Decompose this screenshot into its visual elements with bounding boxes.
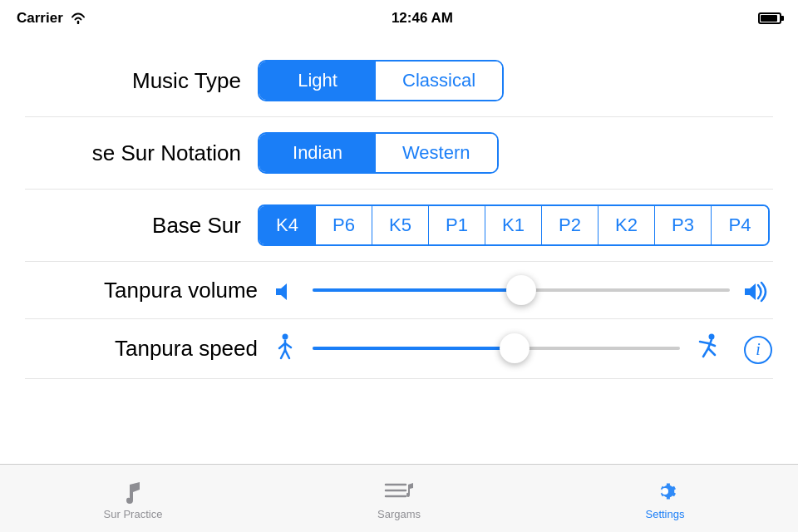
svg-line-6 — [281, 350, 285, 358]
walk-icon — [269, 333, 301, 363]
sur-notation-western-btn[interactable]: Western — [376, 134, 497, 172]
tab-bar: Sur Practice Sargams Settings — [0, 464, 798, 532]
tanpura-volume-label: Tanpura volume — [25, 278, 258, 303]
sur-btn-k2[interactable]: K2 — [598, 206, 655, 244]
volume-high-icon — [741, 277, 773, 303]
tanpura-speed-slider[interactable] — [313, 333, 680, 363]
volume-low-icon — [269, 277, 301, 303]
svg-line-13 — [708, 348, 715, 355]
sur-btn-k1[interactable]: K1 — [485, 206, 542, 244]
sur-btn-k4[interactable]: K4 — [259, 206, 316, 244]
tanpura-speed-row: Tanpura speed — [25, 319, 773, 379]
svg-marker-1 — [745, 283, 756, 300]
svg-line-7 — [285, 350, 289, 358]
status-left: Carrier — [17, 10, 86, 27]
music-type-classical-btn[interactable]: Classical — [376, 62, 502, 100]
music-note-icon — [121, 476, 145, 505]
tab-sargams-label: Sargams — [377, 508, 421, 520]
svg-line-12 — [703, 348, 708, 357]
tab-sargams[interactable]: Sargams — [266, 476, 532, 520]
sur-notation-row: se Sur Notation Indian Western — [25, 117, 773, 190]
sur-notation-segmented: Indian Western — [258, 132, 499, 174]
sur-notation-indian-btn[interactable]: Indian — [259, 134, 376, 172]
music-type-segmented: Light Classical — [258, 60, 504, 101]
svg-marker-0 — [276, 283, 287, 300]
svg-point-2 — [283, 334, 288, 340]
slider-thumb[interactable] — [506, 275, 536, 305]
wifi-icon — [70, 12, 86, 24]
svg-line-10 — [700, 342, 708, 343]
sur-btn-p6[interactable]: P6 — [316, 206, 372, 244]
slider-thumb-speed[interactable] — [500, 333, 530, 363]
settings-gear-icon — [652, 476, 678, 505]
info-icon[interactable]: i — [743, 332, 773, 365]
base-sur-row: Base Sur K4 P6 K5 P1 K1 P2 K2 P3 P4 — [25, 190, 773, 262]
status-time: 12:46 AM — [392, 10, 453, 27]
svg-text:i: i — [756, 340, 761, 358]
tab-settings[interactable]: Settings — [532, 476, 798, 520]
sur-notation-label: se Sur Notation — [25, 140, 258, 166]
main-content: Music Type Light Classical se Sur Notati… — [0, 37, 798, 387]
slider-track-fill-speed — [313, 347, 515, 350]
status-right — [758, 12, 781, 24]
sur-btn-p3[interactable]: P3 — [655, 206, 712, 244]
tanpura-volume-slider[interactable] — [313, 275, 730, 305]
base-sur-group: K4 P6 K5 P1 K1 P2 K2 P3 P4 — [258, 204, 770, 246]
tanpura-speed-label: Tanpura speed — [25, 336, 258, 362]
music-type-light-btn[interactable]: Light — [259, 62, 376, 100]
sur-btn-p1[interactable]: P1 — [429, 206, 485, 244]
tab-sur-practice-label: Sur Practice — [104, 508, 163, 520]
carrier-label: Carrier — [17, 10, 63, 27]
sur-btn-p4[interactable]: P4 — [712, 206, 768, 244]
tanpura-volume-row: Tanpura volume — [25, 262, 773, 319]
sargams-icon — [384, 476, 414, 505]
sur-btn-k5[interactable]: K5 — [372, 206, 429, 244]
music-type-row: Music Type Light Classical — [25, 45, 773, 117]
music-type-label: Music Type — [25, 68, 258, 94]
base-sur-label: Base Sur — [25, 213, 258, 239]
run-icon — [692, 333, 723, 363]
status-bar: Carrier 12:46 AM — [0, 0, 798, 37]
tab-sur-practice[interactable]: Sur Practice — [0, 476, 266, 520]
battery-icon — [758, 12, 781, 24]
tab-settings-label: Settings — [646, 508, 685, 520]
sur-btn-p2[interactable]: P2 — [542, 206, 598, 244]
slider-track-fill — [313, 288, 521, 292]
